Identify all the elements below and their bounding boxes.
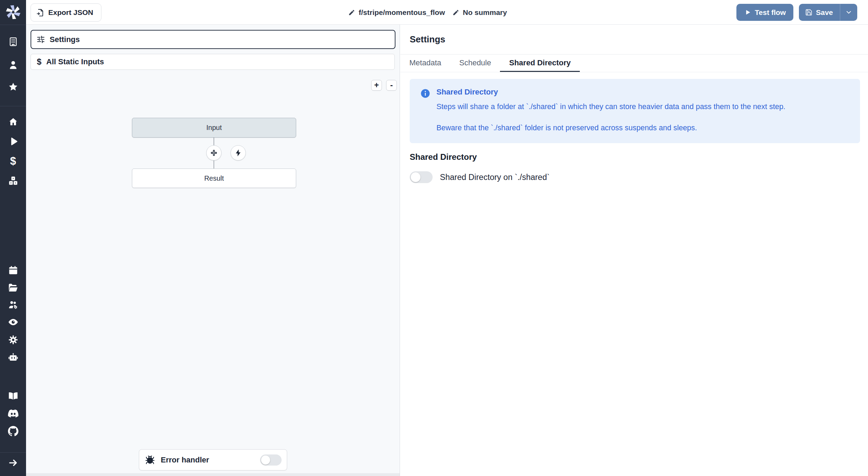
trigger-bolt-button[interactable] (231, 145, 246, 161)
all-static-inputs-box[interactable]: $ All Static Inputs (31, 54, 395, 70)
result-node-label: Result (204, 174, 224, 182)
save-split-button: Save (799, 4, 857, 21)
tab-metadata[interactable]: Metadata (400, 55, 450, 72)
chevron-down-icon (845, 9, 852, 16)
shared-directory-info-box: Shared Directory Steps will share a fold… (410, 79, 860, 143)
variables-dollar-icon[interactable]: $ (8, 156, 18, 166)
shared-directory-toggle[interactable] (410, 171, 433, 183)
info-line-2: Beware that the `./shared` folder is not… (436, 124, 785, 132)
canvas-bottom-edge (26, 473, 400, 476)
sidebar-divider (0, 25, 26, 25)
sidebar-divider (0, 106, 26, 106)
info-icon (420, 88, 431, 99)
add-step-button[interactable] (206, 145, 222, 161)
flow-settings-label: Settings (50, 35, 80, 44)
discord-icon[interactable] (8, 408, 18, 419)
building-icon[interactable] (8, 36, 18, 47)
save-label: Save (816, 8, 833, 17)
workers-bot-icon[interactable] (8, 352, 18, 363)
zoom-in-label: + (374, 81, 379, 89)
error-handler-box[interactable]: Error handler (139, 449, 287, 470)
info-line-1: Steps will share a folder at `./shared` … (436, 102, 785, 111)
save-button[interactable]: Save (799, 4, 840, 21)
pencil-icon (348, 9, 355, 16)
sidebar-divider (0, 452, 26, 453)
info-content: Shared Directory Steps will share a fold… (436, 88, 785, 143)
shared-directory-toggle-label: Shared Directory on `./shared` (440, 173, 550, 182)
play-icon (744, 9, 751, 16)
flow-path-label: f/stripe/momentous_flow (359, 8, 445, 17)
sidebar: $ (0, 0, 26, 476)
flow-summary[interactable]: No summary (452, 0, 507, 25)
settings-panel: Settings Metadata Schedule Shared Direct… (400, 25, 868, 476)
test-flow-button[interactable]: Test flow (736, 4, 793, 21)
flow-canvas[interactable]: Settings $ All Static Inputs + - Input R… (26, 25, 400, 476)
settings-tabs: Metadata Schedule Shared Directory (400, 55, 868, 72)
test-flow-label: Test flow (755, 8, 786, 17)
schedules-calendar-icon[interactable] (8, 265, 18, 276)
save-icon (805, 9, 812, 16)
audit-eye-icon[interactable] (8, 317, 18, 327)
settings-panel-title: Settings (400, 25, 868, 55)
windmill-logo-icon[interactable] (6, 5, 21, 20)
zoom-in-button[interactable]: + (371, 80, 382, 91)
folders-icon[interactable] (8, 282, 18, 293)
home-icon[interactable] (8, 117, 18, 127)
export-json-label: Export JSON (48, 8, 93, 17)
flow-settings-box[interactable]: Settings (31, 30, 395, 49)
error-handler-toggle[interactable] (260, 454, 282, 466)
zoom-out-label: - (390, 81, 393, 89)
result-node[interactable]: Result (132, 169, 296, 188)
shared-directory-heading: Shared Directory (410, 152, 868, 162)
star-icon[interactable] (8, 82, 18, 92)
settings-gear-icon[interactable] (8, 335, 18, 345)
bug-icon (145, 455, 155, 465)
save-dropdown-button[interactable] (840, 4, 857, 21)
bolt-icon (234, 149, 242, 157)
input-node-label: Input (206, 124, 222, 132)
user-icon[interactable] (8, 60, 18, 70)
pencil-icon (452, 9, 459, 16)
info-title: Shared Directory (436, 88, 785, 97)
flow-path[interactable]: f/stripe/momentous_flow (348, 0, 445, 25)
resources-boxes-icon[interactable] (8, 175, 18, 186)
tab-shared-directory[interactable]: Shared Directory (500, 55, 579, 72)
input-node[interactable]: Input (132, 118, 296, 138)
all-static-inputs-label: All Static Inputs (46, 57, 104, 66)
github-icon[interactable] (8, 426, 18, 436)
expand-arrow-right-icon[interactable] (8, 458, 18, 468)
runs-play-icon[interactable] (8, 136, 18, 147)
dollar-icon: $ (37, 57, 41, 67)
tab-schedule[interactable]: Schedule (450, 55, 500, 72)
groups-users-gear-icon[interactable] (8, 299, 18, 310)
toggle-knob (411, 172, 420, 182)
shared-directory-toggle-row: Shared Directory on `./shared` (410, 171, 868, 183)
zoom-out-button[interactable]: - (386, 80, 397, 91)
file-output-icon (36, 9, 44, 17)
topbar: Export JSON f/stripe/momentous_flow No s… (26, 0, 868, 25)
sliders-icon (36, 35, 45, 44)
docs-book-icon[interactable] (8, 391, 18, 401)
toggle-knob (261, 456, 270, 465)
error-handler-label: Error handler (161, 456, 209, 465)
export-json-button[interactable]: Export JSON (31, 3, 101, 22)
flow-summary-label: No summary (463, 8, 507, 17)
plus-icon (210, 149, 218, 157)
